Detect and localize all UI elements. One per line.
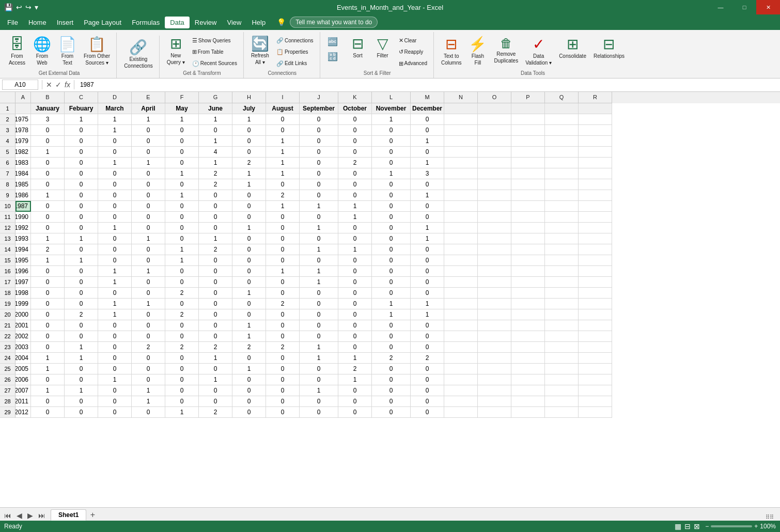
- grid-cell[interactable]: 0: [411, 212, 444, 223]
- grid-cell[interactable]: 0: [372, 212, 411, 223]
- grid-cell[interactable]: [579, 364, 612, 374]
- grid-cell[interactable]: [511, 158, 545, 168]
- grid-cell[interactable]: [511, 288, 545, 299]
- grid-cell[interactable]: 0: [31, 223, 65, 233]
- grid-cell[interactable]: 0: [300, 158, 338, 168]
- grid-cell[interactable]: 1: [300, 266, 338, 277]
- grid-cell[interactable]: [478, 385, 511, 396]
- refresh-all-button[interactable]: 🔄 RefreshAll ▾: [248, 34, 272, 68]
- grid-cell[interactable]: 1: [338, 212, 372, 223]
- grid-cell[interactable]: 0: [372, 201, 411, 212]
- col-header-J[interactable]: J: [300, 92, 338, 103]
- row-number[interactable]: 27: [0, 385, 15, 396]
- grid-cell[interactable]: 0: [266, 212, 300, 223]
- grid-cell[interactable]: 0: [300, 396, 338, 407]
- col-header-R[interactable]: R: [579, 92, 612, 103]
- grid-cell[interactable]: 0: [372, 374, 411, 385]
- grid-cell[interactable]: 0: [372, 244, 411, 255]
- grid-cell[interactable]: 1: [338, 353, 372, 364]
- grid-cell[interactable]: 0: [372, 233, 411, 244]
- show-queries-button[interactable]: ☰ Show Queries: [189, 35, 240, 45]
- grid-cell[interactable]: [478, 309, 511, 320]
- grid-cell[interactable]: 1995: [15, 255, 31, 266]
- name-box[interactable]: [2, 80, 38, 90]
- grid-cell[interactable]: 0: [132, 125, 165, 136]
- col-header-F[interactable]: F: [165, 92, 199, 103]
- flash-fill-button[interactable]: ⚡ FlashFill: [465, 35, 490, 69]
- grid-cell[interactable]: 0: [65, 190, 98, 201]
- row-number[interactable]: 1: [0, 103, 15, 114]
- grid-cell[interactable]: 0: [98, 255, 132, 266]
- grid-cell[interactable]: 0: [165, 396, 199, 407]
- grid-cell[interactable]: 1: [232, 179, 266, 190]
- row-number[interactable]: 8: [0, 179, 15, 190]
- grid-cell[interactable]: 0: [232, 212, 266, 223]
- redo-icon[interactable]: ↪: [25, 3, 32, 11]
- row-number[interactable]: 13: [0, 233, 15, 244]
- col-header-C[interactable]: C: [65, 92, 98, 103]
- grid-cell[interactable]: 1: [199, 233, 232, 244]
- grid-cell[interactable]: 0: [98, 353, 132, 364]
- menu-page-layout[interactable]: Page Layout: [79, 17, 127, 28]
- grid-cell[interactable]: 1: [232, 320, 266, 331]
- grid-cell[interactable]: [444, 374, 478, 385]
- grid-cell[interactable]: 1: [338, 201, 372, 212]
- grid-cell[interactable]: 0: [232, 353, 266, 364]
- row-number[interactable]: 29: [0, 407, 15, 418]
- grid-cell[interactable]: March: [98, 103, 132, 114]
- grid-cell[interactable]: 0: [31, 125, 65, 136]
- grid-cell[interactable]: 0: [65, 407, 98, 418]
- grid-cell[interactable]: January: [31, 103, 65, 114]
- grid-cell[interactable]: 0: [266, 223, 300, 233]
- grid-cell[interactable]: 0: [338, 168, 372, 179]
- row-number[interactable]: 20: [0, 309, 15, 320]
- grid-cell[interactable]: [444, 201, 478, 212]
- grid-cell[interactable]: 0: [199, 223, 232, 233]
- grid-cell[interactable]: 0: [165, 299, 199, 309]
- grid-cell[interactable]: 1: [232, 364, 266, 374]
- grid-cell[interactable]: 0: [165, 277, 199, 288]
- grid-cell[interactable]: [545, 158, 579, 168]
- grid-cell[interactable]: 0: [266, 288, 300, 299]
- grid-cell[interactable]: 1: [132, 385, 165, 396]
- grid-cell[interactable]: [478, 364, 511, 374]
- grid-cell[interactable]: 0: [338, 255, 372, 266]
- grid-cell[interactable]: 2002: [15, 331, 31, 342]
- grid-cell[interactable]: 0: [338, 190, 372, 201]
- grid-cell[interactable]: 0: [300, 364, 338, 374]
- grid-cell[interactable]: 0: [31, 374, 65, 385]
- grid-cell[interactable]: 0: [372, 136, 411, 147]
- grid-cell[interactable]: 0: [65, 374, 98, 385]
- save-icon[interactable]: 💾: [4, 3, 13, 11]
- grid-cell[interactable]: 0: [98, 190, 132, 201]
- grid-cell[interactable]: 0: [232, 136, 266, 147]
- grid-cell[interactable]: [511, 244, 545, 255]
- row-number[interactable]: 9: [0, 190, 15, 201]
- grid-cell[interactable]: [511, 396, 545, 407]
- grid-cell[interactable]: 0: [411, 364, 444, 374]
- grid-cell[interactable]: [579, 212, 612, 223]
- grid-cell[interactable]: 0: [132, 136, 165, 147]
- grid-cell[interactable]: 0: [372, 158, 411, 168]
- grid-cell[interactable]: 1: [232, 288, 266, 299]
- grid-cell[interactable]: 1: [338, 244, 372, 255]
- grid-cell[interactable]: 1: [300, 201, 338, 212]
- grid-cell[interactable]: 1: [132, 158, 165, 168]
- grid-cell[interactable]: 1: [199, 136, 232, 147]
- row-number[interactable]: 14: [0, 244, 15, 255]
- grid-cell[interactable]: [478, 255, 511, 266]
- grid-cell[interactable]: 0: [266, 374, 300, 385]
- grid-cell[interactable]: 1: [98, 309, 132, 320]
- grid-cell[interactable]: 0: [300, 179, 338, 190]
- row-number[interactable]: 15: [0, 255, 15, 266]
- grid-cell[interactable]: 0: [199, 299, 232, 309]
- grid-cell[interactable]: 1: [232, 114, 266, 125]
- grid-cell[interactable]: 0: [199, 288, 232, 299]
- grid-cell[interactable]: July: [232, 103, 266, 114]
- grid-cell[interactable]: [478, 212, 511, 223]
- grid-cell[interactable]: 2004: [15, 353, 31, 364]
- grid-cell[interactable]: 0: [98, 396, 132, 407]
- close-button[interactable]: ✕: [756, 0, 780, 14]
- grid-cell[interactable]: 0: [31, 212, 65, 223]
- grid-cell[interactable]: 1: [165, 114, 199, 125]
